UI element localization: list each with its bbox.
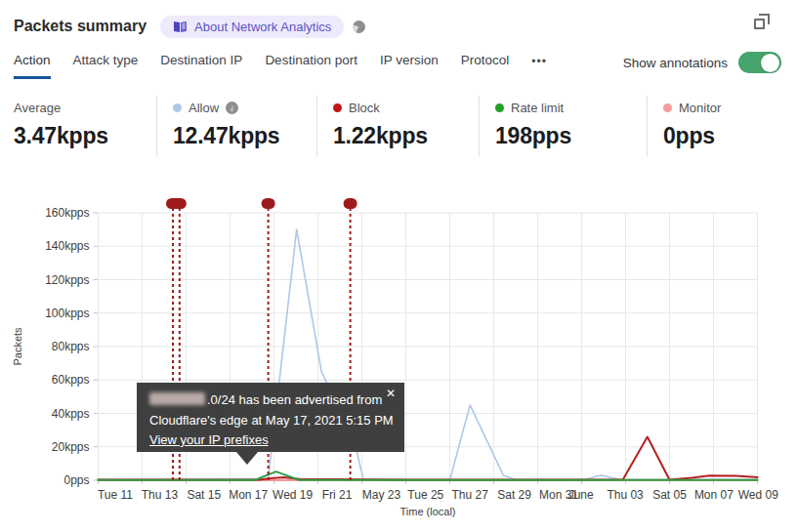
tooltip-close-icon[interactable]: ✕	[386, 387, 396, 400]
tooltip-line1-text: .0/24 has been advertised from	[207, 392, 382, 407]
stats-row: Average 3.47kpps Allow i 12.47kpps Block…	[0, 96, 797, 156]
redacted-ip-prefix	[149, 392, 205, 405]
progress-circle-icon[interactable]	[353, 20, 365, 33]
stat-rate-limit: Rate limit 198pps	[479, 96, 647, 156]
x-tick-label: Thu 27	[452, 488, 489, 502]
packets-summary-panel: Packets summary About Network Analytics …	[0, 0, 797, 532]
y-tick-label: 20kpps	[52, 440, 90, 454]
annotation-tooltip: .0/24 has been advertised from Cloudflar…	[137, 383, 404, 452]
x-tick-label: Sat 15	[187, 488, 221, 502]
y-tick-label: 120kpps	[45, 273, 89, 287]
tab-ip-version[interactable]: IP version	[380, 53, 439, 79]
tab-attack-type[interactable]: Attack type	[73, 53, 139, 79]
x-tick-label: June	[568, 488, 594, 502]
x-tick-label: Thu 03	[607, 488, 644, 502]
y-tick-label: 100kpps	[45, 307, 89, 320]
tooltip-line2: Cloudflare's edge at May 17, 2021 5:15 P…	[149, 411, 393, 431]
stat-average: Average 3.47kpps	[0, 96, 156, 156]
open-window-icon[interactable]	[754, 14, 770, 29]
stat-label: Rate limit	[511, 101, 564, 115]
stat-value: 0pps	[663, 123, 797, 149]
y-axis-title: Packets	[12, 327, 23, 366]
y-tick-label: 160kpps	[45, 206, 89, 220]
tab-destination-port[interactable]: Destination port	[265, 53, 357, 79]
stat-label: Monitor	[679, 101, 721, 115]
block-legend-dot	[333, 103, 342, 112]
y-tick-label: 0pps	[63, 473, 89, 487]
y-tick-label: 80kpps	[52, 340, 90, 353]
chart-canvas: 0pps20kpps40kpps60kpps80kpps100kpps120kp…	[0, 190, 797, 532]
annotation-marker-dot[interactable]	[262, 198, 275, 209]
x-tick-label: Sat 05	[652, 488, 687, 502]
y-tick-label: 140kpps	[45, 239, 89, 253]
show-annotations-toggle[interactable]	[738, 52, 781, 73]
stat-label: Average	[14, 101, 61, 115]
x-tick-label: Sat 29	[497, 488, 531, 502]
x-tick-label: Tue 11	[98, 488, 133, 502]
stat-block: Block 1.22kpps	[316, 96, 479, 156]
tooltip-line1: .0/24 has been advertised from	[149, 390, 393, 411]
packets-chart: 0pps20kpps40kpps60kpps80kpps100kpps120kp…	[0, 190, 797, 532]
badge-label: About Network Analytics	[194, 20, 331, 34]
y-tick-label: 60kpps	[52, 373, 90, 387]
x-tick-label: Wed 19	[273, 488, 313, 502]
tab-destination-ip[interactable]: Destination IP	[160, 53, 242, 79]
tabs-bar: Action Attack type Destination IP Destin…	[14, 52, 781, 79]
annotation-marker-dot[interactable]	[166, 198, 187, 209]
tab-action[interactable]: Action	[14, 53, 51, 79]
stat-allow: Allow i 12.47kpps	[156, 96, 316, 156]
allow-legend-dot	[173, 103, 182, 112]
x-tick-label: Mon 17	[229, 488, 268, 502]
tab-protocol[interactable]: Protocol	[461, 53, 510, 79]
x-tick-label: Mon 07	[694, 488, 734, 502]
show-annotations-label: Show annotations	[623, 56, 728, 70]
show-annotations-control: Show annotations	[623, 52, 781, 79]
x-tick-label: May 23	[362, 488, 401, 502]
tooltip-caret	[236, 452, 258, 465]
about-network-analytics-badge[interactable]: About Network Analytics	[160, 16, 344, 38]
x-tick-label: Wed 09	[738, 488, 778, 502]
stat-value: 1.22kpps	[333, 123, 479, 149]
stat-monitor: Monitor 0pps	[647, 96, 797, 156]
view-ip-prefixes-link[interactable]: View your IP prefixes	[149, 432, 269, 447]
window-front-square	[754, 19, 765, 29]
x-tick-label: Fri 21	[322, 488, 353, 502]
tabs-more-ellipsis-icon[interactable]: •••	[531, 55, 547, 77]
stat-label: Allow	[189, 101, 219, 115]
y-tick-label: 40kpps	[52, 407, 90, 421]
stat-label: Block	[349, 101, 380, 115]
monitor-legend-dot	[663, 103, 672, 112]
toggle-knob	[761, 54, 779, 72]
annotation-marker-dot[interactable]	[344, 198, 357, 209]
page-title: Packets summary	[14, 18, 147, 35]
stat-value: 3.47kpps	[14, 123, 156, 149]
rate-limit-legend-dot	[495, 103, 504, 112]
x-axis-title: Time (local)	[399, 506, 455, 517]
stat-value: 12.47kpps	[173, 123, 316, 149]
book-icon	[173, 20, 188, 33]
header: Packets summary About Network Analytics	[14, 12, 781, 41]
x-tick-label: Tue 25	[407, 488, 443, 502]
x-tick-label: Thu 13	[142, 488, 179, 502]
info-icon[interactable]: i	[226, 102, 238, 114]
stat-value: 198pps	[495, 123, 647, 149]
